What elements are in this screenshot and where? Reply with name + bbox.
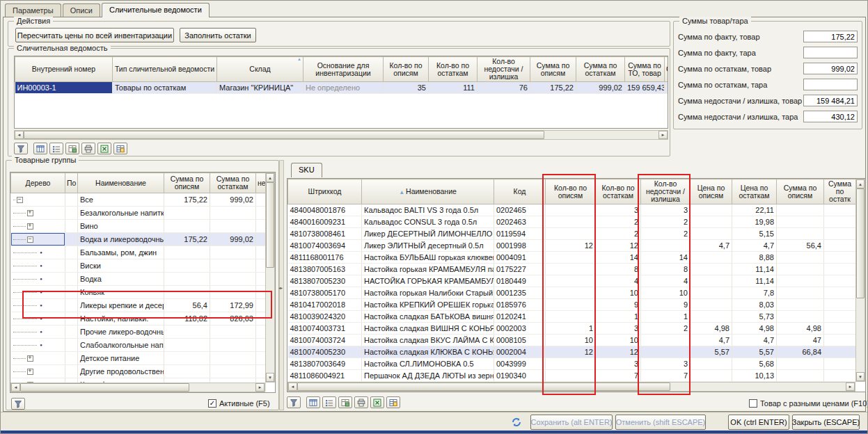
columns-icon[interactable] [33,143,47,154]
col-group-sum-stock[interactable]: Сумма по остаткам [210,173,256,193]
sku-qty-inv[interactable] [546,204,596,216]
group-name[interactable]: Водка [78,273,164,286]
sku-name[interactable]: Настойка сладкая ВКУС ЛАЙМА С КО [362,335,494,346]
sku-qty-inv[interactable] [546,216,596,228]
sku-name[interactable]: Настойка сладкая ВИШНЯ С КОНЬЯК [362,323,494,335]
sku-barcode[interactable]: 4840016009231 [288,216,362,228]
sku-sum-inv[interactable] [777,216,824,228]
sku-name[interactable]: Кальвадос BALTI VS 3 года 0.5л [362,204,494,216]
sku-code[interactable]: 0043999 [494,358,546,370]
group-name[interactable]: Виски [78,259,164,273]
tree-row[interactable]: Ликеры крепкие и десерт 56,4 172,99 [11,299,266,312]
export-table-icon[interactable] [338,396,352,408]
sku-qty-inv[interactable] [546,358,596,370]
ok-button[interactable]: OK (ctrl ENTER) [728,415,789,430]
sku-qty-inv[interactable] [546,264,596,275]
scroll-thumb[interactable] [856,188,865,298]
sku-price-stock[interactable]: 22,11 [732,204,777,216]
different-prices-checkbox[interactable]: Товар с разными ценами (F10) [749,399,868,408]
sku-code[interactable]: 0001235 [494,287,546,299]
filter-icon[interactable] [287,396,301,408]
sku-code[interactable]: 0008105 [494,335,546,346]
sku-price-stock[interactable]: 5,68 [732,358,777,370]
sku-qty-stock[interactable]: 10 [596,287,641,299]
group-name[interactable]: Вино [78,220,164,233]
sku-sum-inv[interactable] [777,299,824,311]
sku-row[interactable]: 4813807003649 Настойка СЛ.ЛИМОНОВКА 0.5 … [288,358,856,370]
sku-qty-stock[interactable]: 4 [596,275,641,287]
fill-stock-button[interactable]: Заполнить остатки [180,28,256,42]
sku-price-inv[interactable] [691,252,732,264]
sku-qty-diff[interactable] [641,335,691,346]
sku-price-inv[interactable] [691,358,732,370]
group-name[interactable]: Все [78,193,164,207]
sku-price-inv[interactable]: 4,7 [691,240,732,252]
sku-barcode[interactable]: 4810074003731 [288,323,362,335]
scroll-thumb[interactable] [266,182,274,268]
col-warehouse[interactable]: Склад▲ [217,57,303,82]
tab-inventories[interactable]: Описи [63,3,100,17]
sku-qty-stock[interactable]: 3 [596,204,641,216]
numbered-list-icon[interactable] [322,396,336,408]
scroll-thumb[interactable] [24,131,544,139]
statement-qty-stock[interactable]: 111 [429,82,478,94]
sku-row[interactable]: 4811168001176 Настойка БУЛЬБАШ горькая к… [288,252,856,264]
sum-field[interactable] [803,111,858,122]
sku-qty-inv[interactable] [546,252,596,264]
statement-sum-to[interactable]: 159 659,43 [625,82,665,94]
sku-qty-stock[interactable]: 3 [596,323,641,335]
group-name[interactable]: Детское питание [78,352,164,365]
sku-sum-inv[interactable]: 66,84 [777,346,824,358]
tree-expander-icon[interactable] [38,342,45,348]
sum-field[interactable] [803,31,858,42]
sku-qty-diff[interactable]: 3 [641,204,691,216]
sku-qty-stock[interactable]: 12 [596,240,641,252]
sku-price-stock[interactable]: 5,57 [732,346,777,358]
sku-price-inv[interactable] [691,311,732,323]
print-icon[interactable] [81,143,95,154]
sum-field[interactable] [803,95,858,106]
tree-row[interactable]: Водка и ликероводочные 175,22 999,02 [11,233,266,246]
sku-sum-stock[interactable] [824,216,856,228]
sku-name[interactable]: Першачок АД ДЗЕДА ЛЮТЫ из зерн [362,370,494,382]
sku-qty-stock[interactable]: 10 [596,335,641,346]
statement-row[interactable]: ИН00003-1 Товары по остаткам Магазин "КР… [15,82,668,94]
sku-sum-stock[interactable] [824,299,856,311]
sku-qty-inv[interactable] [546,370,596,382]
sku-sum-inv[interactable] [777,264,824,275]
statement-hscrollbar[interactable]: ◄ ► [14,130,668,140]
col-internal-number[interactable]: Внутренний номер [15,57,113,82]
sku-sum-inv[interactable]: 56,4 [777,240,824,252]
sku-price-stock[interactable]: 8,03 [732,299,777,311]
tree-row[interactable]: Слабоалкогольные напит [11,339,266,352]
sku-name[interactable]: Настойка горькая Налибоки Старый Б [362,287,494,299]
sku-name[interactable]: Настойка сладкая КЛЮКВА С КОНЬЯ [362,346,494,358]
sku-qty-diff[interactable]: 2 [641,228,691,240]
sku-barcode[interactable]: 4810738005170 [288,287,362,299]
sku-sum-stock[interactable] [824,228,856,240]
sku-qty-stock[interactable]: 12 [596,346,641,358]
scroll-down-icon[interactable]: ▼ [266,373,274,382]
sku-qty-stock[interactable]: 3 [596,358,641,370]
sku-row[interactable]: 4813807005230 НАСТОЙКА ГОРЬКАЯ КРАМБАМБУ… [288,275,856,287]
col-tree[interactable]: Дерево [11,173,65,193]
recalc-prices-button[interactable]: Пересчитать цены по всей инвентаризации [15,28,174,42]
tree-expander-icon[interactable] [27,223,33,230]
col-group-sum-inv[interactable]: Сумма по описям [164,173,210,193]
sku-qty-stock[interactable]: 2 [596,228,641,240]
sku-sum-inv[interactable] [777,370,824,382]
sku-name[interactable]: Ликер ДЕСЕРТНЫЙ ЛИМОНЧЕЛЛО 2 [362,228,494,240]
tab-parameters[interactable]: Параметры [5,3,61,17]
sku-price-inv[interactable] [691,228,732,240]
sku-code[interactable]: 0202465 [494,204,546,216]
statement-qty-inv[interactable]: 35 [384,82,429,94]
excel-icon[interactable] [370,396,384,408]
sum-field[interactable] [803,63,858,74]
sku-price-stock[interactable]: 19,98 [732,216,777,228]
sku-qty-diff[interactable]: 2 [641,216,691,228]
sku-sum-stock[interactable] [824,370,856,382]
sku-row[interactable]: 4810039024320 Настойка сладкая БАТЬКОВА … [288,311,856,323]
sku-code[interactable]: 0120241 [494,311,546,323]
sku-sum-stock[interactable] [824,240,856,252]
statement-number[interactable]: ИН00003-1 [15,82,113,94]
